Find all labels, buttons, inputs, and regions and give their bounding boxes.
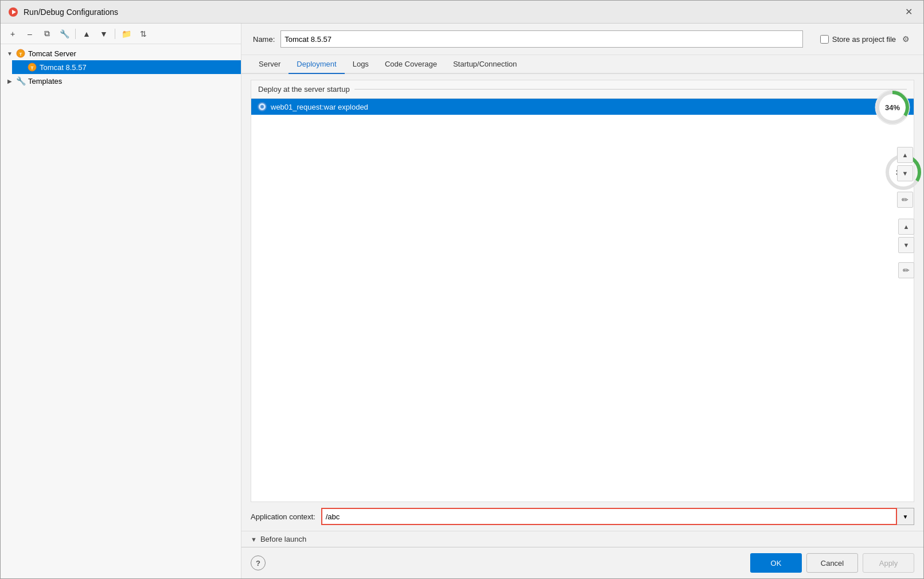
tab-server[interactable]: Server <box>251 55 288 74</box>
tab-content: Deploy at the server startup web01_reque… <box>251 80 914 502</box>
tomcat-server-icon: T <box>15 48 26 59</box>
scroll-down-button[interactable]: ▼ <box>898 237 914 253</box>
run-debug-dialog: Run/Debug Configurations ✕ + – ⧉ 🔧 <box>0 0 924 579</box>
app-context-input[interactable] <box>321 508 897 525</box>
store-project-label: Store as project file <box>832 35 896 44</box>
tab-deployment[interactable]: Deployment <box>288 55 344 74</box>
app-context-dropdown[interactable]: ▼ <box>897 508 914 525</box>
tree-toggle-tomcat[interactable]: ▼ <box>5 49 14 58</box>
deploy-item-0[interactable]: web01_request:war exploded <box>251 99 914 115</box>
deploy-header-line <box>354 89 907 90</box>
tree-toggle-templates[interactable]: ▶ <box>5 76 14 86</box>
templates-icon: 🔧 <box>15 76 26 86</box>
edit-button[interactable]: ✏ <box>898 262 914 278</box>
left-panel: + – ⧉ 🔧 ▲ ▼ � <box>1 24 241 578</box>
name-row: Name: Store as project file ⚙ <box>241 24 923 55</box>
app-context-label: Application context: <box>251 512 315 521</box>
templates-label: Templates <box>28 77 62 86</box>
deploy-scroll-up[interactable]: ▲ <box>897 147 913 163</box>
move-down-button[interactable]: ▼ <box>96 27 111 41</box>
bottom-bar: ? OK Cancel Apply <box>241 547 923 578</box>
deploy-header: Deploy at the server startup <box>251 80 914 99</box>
separator-1 <box>75 29 76 39</box>
cancel-button[interactable]: Cancel <box>806 553 858 573</box>
tomcat-instance-label: Tomcat 8.5.57 <box>40 63 87 72</box>
right-panel: Name: Store as project file ⚙ Server Dep… <box>241 24 923 578</box>
deploy-list: web01_request:war exploded <box>251 99 914 502</box>
separator-2 <box>115 29 115 39</box>
app-context-input-wrapper: ▼ <box>321 508 914 525</box>
toolbar: + – ⧉ 🔧 ▲ ▼ � <box>1 24 241 44</box>
title-bar: Run/Debug Configurations ✕ <box>1 1 923 24</box>
right-action-buttons: ▲ ▼ ✏ <box>898 219 914 278</box>
name-input[interactable] <box>280 30 802 48</box>
help-button[interactable]: ? <box>251 555 266 570</box>
before-launch-header[interactable]: ▼ Before launch <box>251 535 914 543</box>
tab-startup-connection[interactable]: Startup/Connection <box>445 55 525 74</box>
dialog-icon <box>7 6 19 18</box>
store-project-area: Store as project file ⚙ <box>820 33 912 45</box>
before-launch-section: ▼ Before launch <box>241 531 923 547</box>
ok-button[interactable]: OK <box>750 553 802 573</box>
scroll-up-button[interactable]: ▲ <box>898 219 914 235</box>
tomcat-instance-icon: T <box>27 62 37 72</box>
close-button[interactable]: ✕ <box>900 4 917 20</box>
right-scroll-buttons: ▲ ▼ ✏ <box>897 147 913 208</box>
name-label: Name: <box>253 35 275 44</box>
before-launch-label: Before launch <box>260 535 306 543</box>
sort-button[interactable]: ⇅ <box>136 27 151 41</box>
store-project-gear-button[interactable]: ⚙ <box>899 33 912 45</box>
deploy-item-label-0: web01_request:war exploded <box>271 103 368 111</box>
tabs-bar: Server Deployment Logs Code Coverage Sta… <box>241 55 923 74</box>
apply-button[interactable]: Apply <box>863 553 914 573</box>
deploy-header-label: Deploy at the server startup <box>258 85 350 94</box>
wrench-button[interactable]: 🔧 <box>57 27 72 41</box>
move-up-button[interactable]: ▲ <box>79 27 94 41</box>
svg-text:34%: 34% <box>885 103 900 112</box>
tree-item-templates[interactable]: ▶ 🔧 Templates <box>1 74 241 88</box>
tab-logs[interactable]: Logs <box>345 55 377 74</box>
tree-area: ▼ T Tomcat Server ▶ <box>1 44 241 578</box>
deploy-edit-button[interactable]: ✏ <box>897 192 913 208</box>
before-launch-toggle-icon: ▼ <box>251 536 257 543</box>
tab-code-coverage[interactable]: Code Coverage <box>377 55 445 74</box>
tomcat-server-label: Tomcat Server <box>28 49 76 58</box>
store-project-checkbox[interactable] <box>820 35 829 44</box>
svg-text:T: T <box>31 65 34 71</box>
bottom-buttons: OK Cancel Apply <box>750 553 914 573</box>
tree-item-tomcat-instance[interactable]: ▶ T Tomcat 8.5.57 <box>12 60 241 74</box>
deploy-scroll-down[interactable]: ▼ <box>897 165 913 181</box>
copy-button[interactable]: ⧉ <box>40 27 54 41</box>
main-layout: + – ⧉ 🔧 ▲ ▼ � <box>1 24 923 578</box>
app-context-row: Application context: ▼ <box>241 502 923 531</box>
remove-button[interactable]: – <box>22 27 37 41</box>
tree-children-tomcat: ▶ T Tomcat 8.5.57 <box>1 60 241 74</box>
tree-item-tomcat-server[interactable]: ▼ T Tomcat Server <box>1 46 241 60</box>
folder-button[interactable]: 📁 <box>119 27 134 41</box>
war-icon <box>257 102 267 112</box>
add-button[interactable]: + <box>5 27 20 41</box>
svg-text:T: T <box>20 52 22 57</box>
progress-circle-overlay: 34% <box>872 87 913 128</box>
dialog-title: Run/Debug Configurations <box>24 7 900 17</box>
